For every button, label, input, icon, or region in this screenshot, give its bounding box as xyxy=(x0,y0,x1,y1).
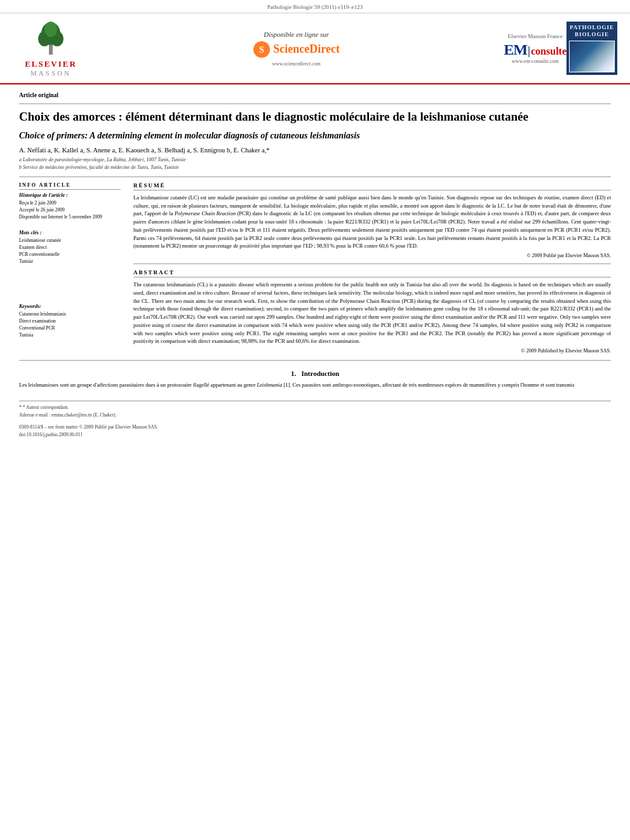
sciencedirect-icon: S xyxy=(253,41,271,58)
intro-title-text: Introduction xyxy=(301,370,339,377)
intro-columns: Les leishmanioses sont un groupe d'affec… xyxy=(19,381,611,389)
mot-cle-3: PCR conventionnelle xyxy=(19,251,121,258)
abstract-title: ABSTRACT xyxy=(133,269,611,277)
date-disponible: Disponible sur Internet le 5 novembre 20… xyxy=(19,213,121,220)
em-letters: EM xyxy=(504,41,527,58)
keyword-2: Direct examination xyxy=(19,317,121,324)
mot-cle-4: Tunisie xyxy=(19,258,121,265)
date-recu: Reçu le 2 juin 2009 xyxy=(19,199,121,206)
mot-cle-1: Leishmaniose cutanée xyxy=(19,237,121,244)
journal-title: Pathologie Biologie 59 (2011) e119–e123 xyxy=(267,4,363,10)
info-article-column: INFO ARTICLE Historique de l'article : R… xyxy=(19,182,121,354)
consulte-text: consulte xyxy=(531,46,566,57)
affiliations: a Laboratoire de parasitologie-mycologie… xyxy=(19,156,611,171)
em-consulte-logo-area: Elsevier Masson France EM | consulte www… xyxy=(504,33,566,64)
abstract-copyright: © 2009 Published by Elsevier Masson SAS. xyxy=(133,348,611,354)
star-icon: * xyxy=(19,404,22,410)
info-resume-section: INFO ARTICLE Historique de l'article : R… xyxy=(19,182,611,354)
intro-col-left: Les leishmanioses sont un groupe d'affec… xyxy=(19,381,611,389)
em-url: www.em-consulte.com xyxy=(504,58,566,64)
article-title-english: Choice of primers: A determining element… xyxy=(19,130,611,142)
masson-text: MASSON xyxy=(30,69,71,77)
article-title-french: Choix des amorces : élément déterminant … xyxy=(19,109,611,125)
footer-section: * * Auteur correspondant. Adresse e-mail… xyxy=(19,401,611,438)
star-note: * * Auteur correspondant. xyxy=(19,404,611,411)
mot-cle-2: Examen direct xyxy=(19,244,121,251)
disponible-text: Disponible en ligne sur xyxy=(102,30,491,38)
abstract-text: The cutaneous leishmaniasis (CL) is a pa… xyxy=(133,281,611,345)
divider-2 xyxy=(19,177,611,177)
svg-rect-0 xyxy=(49,45,53,55)
elsevier-text: ELSEVIER xyxy=(25,59,77,69)
email-note: Adresse e-mail : emma.chaker@ms.tn (E. C… xyxy=(19,412,611,419)
main-content: Article original Choix des amorces : élé… xyxy=(0,84,630,445)
issn-line: 0369-8114/$ – see front matter © 2009 Pu… xyxy=(19,424,611,431)
em-label: Elsevier Masson France xyxy=(504,33,566,39)
resume-title: RÉSUMÉ xyxy=(133,182,611,190)
elsevier-tree-icon xyxy=(32,20,70,58)
page: Pathologie Biologie 59 (2011) e119–e123 … xyxy=(0,0,630,840)
affiliation-a: a Laboratoire de parasitologie-mycologie… xyxy=(19,156,611,164)
keyword-3: Conventional PCR xyxy=(19,324,121,331)
keywords-section: Keywords: Cutaneous leishmaniasis Direct… xyxy=(19,303,121,339)
divider-intro xyxy=(19,360,611,361)
doi-line: doi:10.1016/j.patbio.2009.06.011 xyxy=(19,432,611,437)
keyword-4: Tunisia xyxy=(19,331,121,338)
journal-header: Pathologie Biologie 59 (2011) e119–e123 xyxy=(0,0,630,13)
abstract-column: RÉSUMÉ La leishmaniose cutanée (LC) est … xyxy=(133,182,611,354)
introduction-section: 1. Introduction Les leishmanioses sont u… xyxy=(19,370,611,389)
cover-image xyxy=(569,41,615,72)
resume-copyright: © 2009 Publié par Elsevier Masson SAS. xyxy=(133,253,611,258)
elsevier-masson-logo: ELSEVIER MASSON xyxy=(13,20,89,77)
intro-text-block: Les leishmanioses sont un groupe d'affec… xyxy=(19,381,611,389)
mots-cles-label: Mots clés : xyxy=(19,230,121,236)
logo-banner: ELSEVIER MASSON Disponible en ligne sur … xyxy=(0,13,630,84)
sciencedirect-logo-area: Disponible en ligne sur S ScienceDirect … xyxy=(89,30,504,67)
article-type: Article original xyxy=(19,92,611,98)
top-divider xyxy=(19,103,611,104)
sciencedirect-logo: S ScienceDirect xyxy=(102,41,491,58)
em-bar-icon: | xyxy=(528,44,530,58)
pathologie-title: PATHOLOGIEBIOLOGIE xyxy=(569,24,615,38)
introduction-heading: 1. Introduction xyxy=(19,370,611,377)
divider-abstract xyxy=(133,263,611,264)
svg-text:S: S xyxy=(259,45,264,55)
mots-cles-section: Mots clés : Leishmaniose cutanée Examen … xyxy=(19,230,121,265)
svg-point-4 xyxy=(44,22,57,37)
info-article-title: INFO ARTICLE xyxy=(19,182,121,190)
historique-label: Historique de l'article : xyxy=(19,192,121,198)
em-brand-text: EM | consulte xyxy=(504,41,566,58)
intro-number: 1. xyxy=(291,370,296,377)
pathologie-biologie-cover: PATHOLOGIEBIOLOGIE xyxy=(566,22,617,75)
date-accepte: Accepté le 26 juin 2009 xyxy=(19,206,121,213)
obtained-word: obtained xyxy=(556,298,575,304)
sciencedirect-url: www.sciencedirect.com xyxy=(102,61,491,67)
authors-line: A. Neffati a, K. Kallel a, S. Anene a, E… xyxy=(19,147,611,154)
resume-text: La leishmaniose cutanée (LC) est une mal… xyxy=(133,194,611,250)
keyword-1: Cutaneous leishmaniasis xyxy=(19,310,121,317)
affiliation-b: b Service de médecine préventive, facult… xyxy=(19,164,611,171)
sciencedirect-text: ScienceDirect xyxy=(273,43,340,56)
keywords-label: Keywords: xyxy=(19,303,121,309)
